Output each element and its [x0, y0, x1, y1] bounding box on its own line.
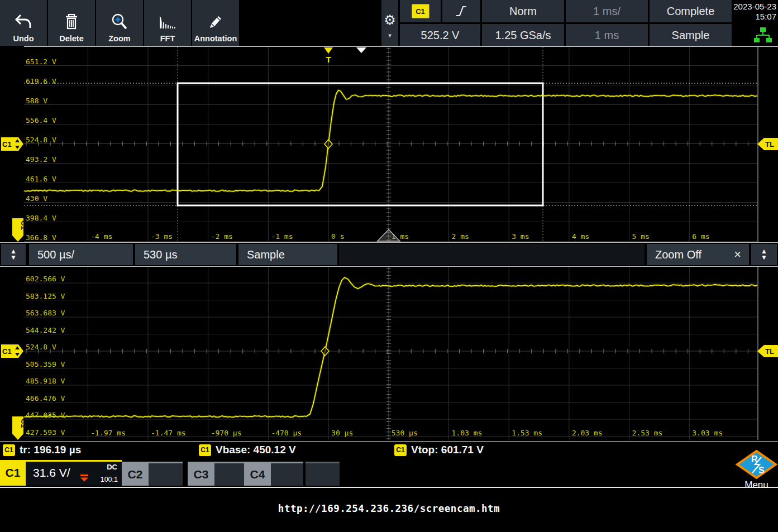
trigger-source-cell[interactable]: C1 — [400, 0, 441, 22]
timebase-cell[interactable]: 1 ms/ — [566, 0, 648, 22]
zoom-scale-cell[interactable]: 500 µs/ — [29, 244, 133, 265]
measurement-vbase: C1 Vbase: 450.12 V — [199, 444, 296, 456]
record-time-cell[interactable]: 1 ms — [566, 24, 648, 46]
datetime-display: 2023-05-23 15:07 — [733, 2, 776, 22]
svg-text:485.918 V: 485.918 V — [26, 377, 65, 385]
svg-text:1.53 ms: 1.53 ms — [512, 429, 542, 437]
zoom-off-cell[interactable]: Zoom Off × — [647, 244, 749, 265]
undo-label: Undo — [13, 34, 34, 43]
zoom-mode-cell[interactable]: Sample — [238, 244, 337, 265]
fft-icon — [157, 13, 178, 31]
delete-button[interactable]: Delete — [48, 0, 95, 46]
svg-text:S: S — [758, 466, 765, 475]
svg-text:-2 ms: -2 ms — [211, 232, 233, 241]
measurement-vtop: C1 Vtop: 601.71 V — [394, 444, 484, 456]
zoom-offset-cell[interactable]: 530 µs — [135, 244, 236, 265]
close-icon[interactable]: × — [734, 244, 741, 265]
svg-text:556.4 V: 556.4 V — [26, 116, 56, 124]
channel-c3-label: C3 — [188, 463, 214, 486]
svg-text:461.6 V: 461.6 V — [26, 175, 56, 183]
measurement-value: tr: 196.19 µs — [20, 444, 81, 456]
svg-text:2.53 ms: 2.53 ms — [632, 429, 663, 437]
channel-bar-extra-slot — [306, 462, 340, 486]
channel-c4-box — [271, 463, 303, 486]
svg-text:1.03 ms: 1.03 ms — [452, 429, 483, 437]
svg-text:2 ms: 2 ms — [452, 232, 469, 241]
settings-column[interactable]: ⚙ ▾ — [381, 0, 398, 46]
undo-button[interactable]: Undo — [0, 0, 47, 46]
svg-text:6 ms: 6 ms — [692, 232, 709, 241]
svg-text:651.2 V: 651.2 V — [26, 57, 56, 66]
svg-text:530 µs: 530 µs — [392, 429, 418, 437]
channel-badge: C1 — [199, 444, 211, 456]
zoom-position-stepper[interactable]: ▲▼ — [751, 244, 777, 265]
svg-text:505.359 V: 505.359 V — [26, 360, 65, 368]
svg-text:-1.47 ms: -1.47 ms — [151, 429, 186, 437]
channel-tab-c2[interactable]: C2 — [122, 462, 183, 486]
svg-text:TL: TL — [765, 347, 774, 356]
svg-text:30 µs: 30 µs — [331, 429, 353, 437]
menu-button[interactable]: R S Menu — [735, 450, 778, 489]
zoom-scale-stepper[interactable]: ▲▼ — [1, 244, 26, 265]
main-waveform-display[interactable]: 651.2 V619.6 V588 V556.4 V524.8 V493.2 V… — [0, 47, 778, 242]
channel-tab-c4[interactable]: C4 — [244, 462, 303, 486]
network-icon — [753, 27, 772, 46]
time-text: 15:07 — [733, 12, 776, 22]
channel-bar: C1 31.6 V/ DC 100:1 C2 C3 C4 — [0, 460, 778, 488]
channel-c2-label: C2 — [122, 463, 149, 486]
channel-c1-label: C1 — [0, 460, 26, 486]
trash-icon — [62, 13, 81, 31]
chevron-down-icon: ▾ — [388, 32, 392, 38]
zoom-waveform-display[interactable]: 602.566 V583.125 V563.683 V544.242 V524.… — [0, 267, 778, 441]
svg-text:3.03 ms: 3.03 ms — [692, 429, 723, 437]
zoom-off-label: Zoom Off — [655, 248, 701, 261]
channel-tab-c1[interactable]: C1 31.6 V/ DC 100:1 — [0, 460, 122, 486]
zoom-toolbar: ▲▼ 500 µs/ 530 µs Sample Zoom Off × ▲▼ — [0, 242, 778, 267]
trigger-level-cell[interactable]: 525.2 V — [400, 24, 480, 46]
svg-text:524.8 V: 524.8 V — [26, 136, 56, 144]
zoom-button[interactable]: Zoom — [96, 0, 143, 46]
svg-text:524.8 V: 524.8 V — [26, 343, 56, 351]
svg-text:619.6 V: 619.6 V — [26, 77, 56, 85]
svg-text:466.476 V: 466.476 V — [26, 394, 65, 402]
svg-text:583.125 V: 583.125 V — [26, 292, 65, 300]
svg-text:-470 µs: -470 µs — [271, 429, 302, 437]
top-toolbar: Undo Delete — [0, 0, 778, 47]
annotation-label: Annotation — [194, 34, 237, 43]
svg-text:TL: TL — [765, 140, 774, 148]
zoom-label: Zoom — [108, 34, 130, 43]
measurement-bar: C1 tr: 196.19 µs C1 Vbase: 450.12 V C1 V… — [0, 441, 778, 460]
zoom-bar-spacer — [339, 244, 645, 265]
svg-text:430 V: 430 V — [26, 194, 47, 203]
screencam-url: http://169.254.236.236/screencam.htm — [0, 503, 778, 514]
zoom-icon — [110, 13, 129, 31]
measurement-value: Vbase: 450.12 V — [216, 444, 296, 456]
annotation-button[interactable]: Annotation — [192, 0, 239, 46]
trigger-slope-cell[interactable] — [442, 0, 480, 22]
svg-text:3 ms: 3 ms — [512, 232, 529, 241]
oscilloscope-screen: Undo Delete — [0, 0, 778, 532]
annotation-icon — [206, 13, 225, 31]
fft-button[interactable]: FFT — [144, 0, 191, 46]
svg-text:447.035 V: 447.035 V — [26, 411, 65, 419]
svg-text:588 V: 588 V — [26, 97, 47, 105]
svg-text:C1: C1 — [2, 140, 12, 148]
channel-c3-box — [214, 463, 244, 486]
acquisition-state-cell[interactable]: Complete — [650, 0, 732, 22]
svg-text:-1 ms: -1 ms — [271, 232, 293, 241]
channel-badge: C1 — [3, 444, 15, 456]
svg-text:427.593 V: 427.593 V — [26, 428, 65, 437]
acquisition-mode-cell[interactable]: Sample — [650, 24, 732, 46]
trigger-mode-cell[interactable]: Norm — [482, 0, 564, 22]
svg-text:4 ms: 4 ms — [572, 232, 589, 241]
rising-edge-icon — [454, 4, 469, 18]
channel-tab-c3[interactable]: C3 — [188, 462, 244, 486]
svg-text:0 s: 0 s — [331, 232, 344, 241]
channel-c1-settings: 31.6 V/ DC 100:1 — [26, 460, 122, 486]
sample-rate-cell[interactable]: 1.25 GSa/s — [482, 24, 564, 46]
svg-text:C1: C1 — [2, 347, 12, 356]
channel-c1-scale: 31.6 V/ — [33, 466, 70, 480]
menu-label: Menu — [735, 480, 778, 491]
undo-icon — [13, 13, 34, 31]
channel-c1-probe: 100:1 — [101, 476, 118, 483]
